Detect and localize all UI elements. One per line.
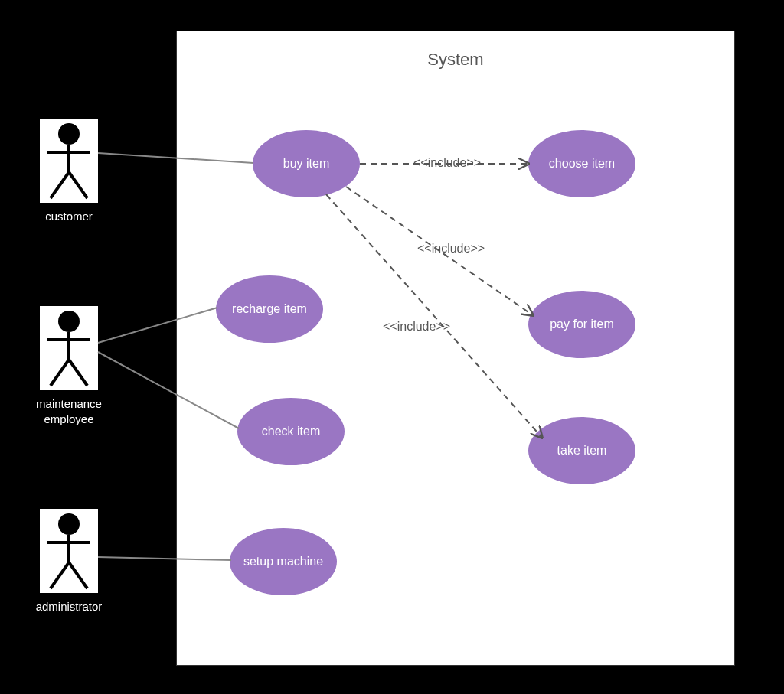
- usecase-take-item: take item: [528, 417, 635, 484]
- actor-label: administrator: [23, 599, 115, 614]
- actor-maintenance: maintenance employee: [23, 306, 115, 426]
- usecase-label: recharge item: [232, 301, 307, 317]
- usecase-pay-for-item: pay for item: [528, 291, 635, 358]
- svg-point-0: [58, 123, 80, 145]
- diagram-canvas: System customer maintenance employee: [0, 0, 784, 694]
- actor-icon: [40, 306, 98, 390]
- svg-line-3: [51, 172, 69, 198]
- usecase-label: buy item: [283, 156, 329, 171]
- actor-label: maintenance employee: [23, 396, 115, 426]
- usecase-choose-item: choose item: [528, 130, 635, 197]
- actor-icon: [40, 119, 98, 203]
- usecase-label: take item: [557, 443, 607, 458]
- svg-line-4: [69, 172, 87, 198]
- usecase-label: check item: [262, 424, 320, 439]
- actor-label: customer: [23, 209, 115, 224]
- svg-line-14: [69, 562, 87, 588]
- usecase-check-item: check item: [237, 398, 345, 465]
- actor-icon: [40, 509, 98, 593]
- svg-line-8: [51, 360, 69, 386]
- usecase-buy-item: buy item: [253, 130, 360, 197]
- svg-line-13: [51, 562, 69, 588]
- svg-line-9: [69, 360, 87, 386]
- usecase-setup-machine: setup machine: [230, 528, 337, 595]
- include-label-3: <<include>>: [383, 320, 450, 334]
- usecase-recharge-item: recharge item: [216, 275, 323, 343]
- system-title: System: [177, 50, 734, 70]
- svg-point-10: [58, 513, 80, 535]
- actor-customer: customer: [23, 119, 115, 224]
- include-label-1: <<include>>: [413, 156, 481, 170]
- usecase-label: choose item: [549, 156, 615, 171]
- svg-point-5: [58, 311, 80, 332]
- usecase-label: pay for item: [550, 317, 614, 332]
- actor-administrator: administrator: [23, 509, 115, 614]
- usecase-label: setup machine: [243, 554, 323, 569]
- include-label-2: <<include>>: [417, 242, 485, 256]
